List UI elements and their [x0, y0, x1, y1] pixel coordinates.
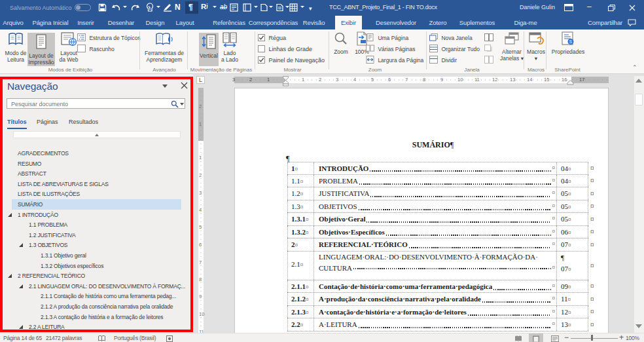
svg-text:S: S	[569, 39, 573, 44]
